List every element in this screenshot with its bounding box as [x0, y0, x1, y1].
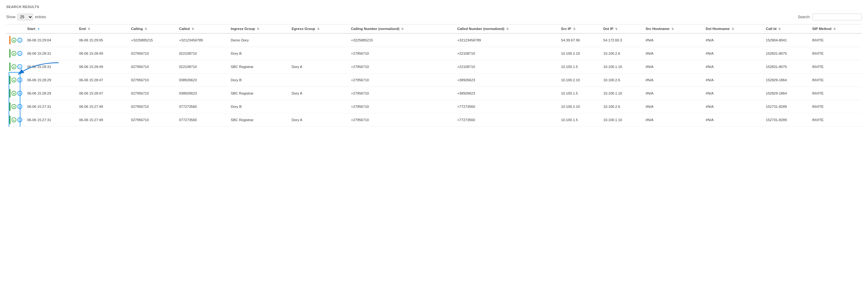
cell-sip-method: INVITE: [810, 33, 862, 47]
cell-calling-norm: +27956710: [349, 47, 455, 60]
row-indicator-cell: ● ⊙: [6, 60, 25, 73]
col-start[interactable]: Start ▼: [25, 24, 77, 34]
cell-calling: 027956710: [129, 114, 177, 127]
blue-clock-icon[interactable]: ⊙: [17, 77, 22, 83]
sort-start-icon: ▼: [37, 28, 40, 31]
cell-call-id: 152829-1864: [764, 73, 810, 87]
col-ingress-group[interactable]: Ingress Group ⇅: [229, 24, 290, 34]
cell-egress-group: [290, 73, 349, 87]
table-row[interactable]: ● ⊙ 06-06 15:28:2906-06 15:28:4702795671…: [6, 87, 862, 100]
cell-src-ip: 10.100.1.5: [559, 114, 601, 127]
col-calling[interactable]: Calling ⇅: [129, 24, 177, 34]
cell-end: 06-06 15:27:49: [77, 100, 129, 114]
col-src-hostname[interactable]: Src Hostname ⇅: [644, 24, 704, 34]
cell-calling: 027956710: [129, 47, 177, 60]
cell-dst-ip: 10.100.1.10: [601, 87, 644, 100]
col-called-norm[interactable]: Called Number (normalized) ⇅: [455, 24, 559, 34]
table-row[interactable]: ● ⊙ 06-06 15:28:3106-06 15:28:4902795671…: [6, 60, 862, 73]
cell-calling: 027956710: [129, 87, 177, 100]
sort-ingress-icon: ⇅: [257, 28, 259, 31]
cell-src-hostname: #N/A: [644, 87, 704, 100]
row-indicator-cell: ● ⊙: [6, 100, 25, 114]
cell-ingress-group: SBC Registrar: [229, 87, 290, 100]
green-indicator-icon[interactable]: ●: [11, 64, 17, 69]
cell-called-norm: +38926623: [455, 73, 559, 87]
cell-dst-hostname: #N/A: [704, 87, 764, 100]
cell-src-ip: 10.100.2.10: [559, 47, 601, 60]
cell-calling-norm: +27956710: [349, 73, 455, 87]
col-indicator: [6, 24, 25, 34]
sort-dst-host-icon: ⇅: [732, 28, 734, 31]
green-indicator-icon[interactable]: ●: [11, 91, 17, 96]
table-row[interactable]: ● ⊙ 06-06 15:28:3106-06 15:28:4902795671…: [6, 47, 862, 60]
green-indicator-icon[interactable]: ●: [11, 38, 17, 43]
cell-sip-method: INVITE: [810, 87, 862, 100]
cell-called: 038926623: [177, 87, 229, 100]
green-indicator-icon[interactable]: ●: [11, 117, 17, 122]
blue-clock-icon[interactable]: ⊙: [17, 51, 22, 56]
cell-calling-norm: +27956710: [349, 114, 455, 127]
sort-end-icon: ⇅: [88, 28, 90, 31]
sort-calling-norm-icon: ⇅: [401, 28, 404, 31]
cell-src-hostname: #N/A: [644, 73, 704, 87]
cell-start: 06-06 15:28:31: [25, 60, 77, 73]
cell-sip-method: INVITE: [810, 100, 862, 114]
cell-called: 022108710: [177, 47, 229, 60]
table-row[interactable]: ● ⊙ 06-06 15:28:2906-06 15:28:4702795671…: [6, 73, 862, 87]
blue-clock-icon[interactable]: ⊙: [17, 104, 22, 109]
results-table-wrapper: Start ▼ End ⇅ Calling ⇅ Called ⇅: [6, 24, 862, 127]
cell-dst-ip: 10.100.2.6: [601, 73, 644, 87]
col-src-ip[interactable]: Src IP ⇅: [559, 24, 601, 34]
col-end[interactable]: End ⇅: [77, 24, 129, 34]
cell-src-hostname: #N/A: [644, 100, 704, 114]
blue-clock-icon[interactable]: ⊙: [17, 91, 22, 96]
col-call-id[interactable]: Call Id ⇅: [764, 24, 810, 34]
sort-called-norm-icon: ⇅: [506, 28, 509, 31]
col-dst-hostname[interactable]: Dst Hostname ⇅: [704, 24, 764, 34]
cell-start: 06-06 15:29:04: [25, 33, 77, 47]
cell-calling: +3225885215: [129, 33, 177, 47]
table-row[interactable]: ● ⊙ 06-06 15:29:0406-06 15:29:05+3225885…: [6, 33, 862, 47]
blue-clock-icon[interactable]: ⊙: [17, 117, 22, 122]
col-egress-group[interactable]: Egress Group ⇅: [290, 24, 349, 34]
cell-src-ip: 10.100.2.10: [559, 73, 601, 87]
cell-sip-method: INVITE: [810, 47, 862, 60]
cell-src-hostname: #N/A: [644, 33, 704, 47]
table-row[interactable]: ● ⊙ 06-06 15:27:3106-06 15:27:4902795671…: [6, 100, 862, 114]
sort-sip-icon: ⇅: [833, 28, 836, 31]
cell-called: 077273560: [177, 100, 229, 114]
col-dst-ip[interactable]: Dst IP ⇅: [601, 24, 644, 34]
cell-called-norm: +77273560: [455, 114, 559, 127]
blue-clock-icon[interactable]: ⊙: [17, 38, 22, 43]
col-called[interactable]: Called ⇅: [177, 24, 229, 34]
entries-select[interactable]: 25 50 100: [17, 13, 33, 21]
cell-calling: 027956710: [129, 100, 177, 114]
row-indicator-cell: ● ⊙: [6, 33, 25, 47]
green-indicator-icon[interactable]: ●: [11, 51, 17, 56]
search-input[interactable]: [812, 13, 862, 21]
sort-egress-icon: ⇅: [317, 28, 320, 31]
cell-called: 077273560: [177, 114, 229, 127]
cell-dst-ip: 10.100.2.6: [601, 100, 644, 114]
cell-ingress-group: Dory B: [229, 100, 290, 114]
row-indicator-cell: ● ⊙: [6, 47, 25, 60]
cell-dst-ip: 10.100.1.10: [601, 60, 644, 73]
cell-egress-group: Dory A: [290, 60, 349, 73]
cell-called: +32123456789: [177, 33, 229, 47]
green-indicator-icon[interactable]: ●: [11, 104, 17, 109]
cell-src-ip: 54.39.67.96: [559, 33, 601, 47]
color-bar: [9, 36, 10, 44]
row-indicator-cell: ● ⊙: [6, 73, 25, 87]
cell-called-norm: +32123456789: [455, 33, 559, 47]
col-sip-method[interactable]: SIP Method ⇅: [810, 24, 862, 34]
cell-calling-norm: +27956710: [349, 87, 455, 100]
blue-clock-icon[interactable]: ⊙: [17, 64, 22, 69]
cell-call-id: 152831-8075: [764, 47, 810, 60]
table-row[interactable]: ● ⊙ 06-06 15:27:3106-06 15:27:4902795671…: [6, 114, 862, 127]
green-indicator-icon[interactable]: ●: [11, 77, 17, 83]
col-calling-norm[interactable]: Calling Number (normalized) ⇅: [349, 24, 455, 34]
sort-call-id-icon: ⇅: [778, 28, 781, 31]
cell-sip-method: INVITE: [810, 73, 862, 87]
cell-dst-hostname: #N/A: [704, 60, 764, 73]
cell-call-id: 152731-8289: [764, 114, 810, 127]
